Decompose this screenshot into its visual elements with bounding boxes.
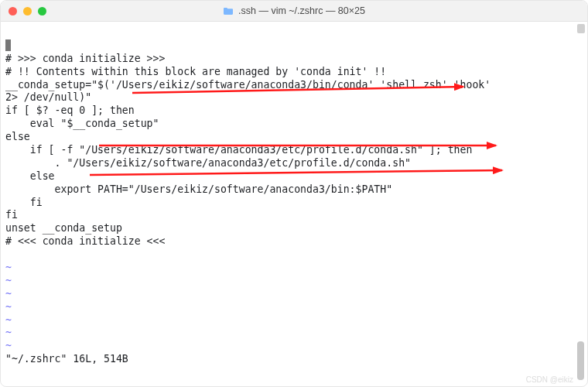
code-line: __conda_setup="$('/Users/eikiz/software/…	[5, 79, 491, 91]
maximize-button[interactable]	[38, 7, 46, 15]
code-line: . "/Users/eikiz/software/anaconda3/etc/p…	[5, 157, 411, 169]
code-line: else	[5, 170, 55, 182]
terminal-window: .ssh — vim ~/.zshrc — 80×25 # >>> conda …	[0, 0, 588, 387]
vim-empty-line: ~	[5, 327, 12, 338]
code-line: else	[5, 131, 30, 142]
code-line: export PATH="/Users/eikiz/software/anaco…	[5, 183, 392, 195]
arrow-3	[90, 170, 502, 175]
code-line: eval "$__conda_setup"	[5, 118, 159, 129]
vim-empty-line: ~	[5, 275, 12, 286]
titlebar: .ssh — vim ~/.zshrc — 80×25	[1, 1, 587, 22]
vim-empty-line: ~	[5, 301, 12, 313]
code-line: # <<< conda initialize <<<	[5, 235, 165, 247]
vim-empty-line: ~	[5, 314, 12, 326]
code-line: if [ -f "/Users/eikiz/software/anaconda3…	[5, 144, 472, 156]
minimize-button[interactable]	[23, 7, 32, 15]
cursor-block	[5, 39, 11, 51]
traffic-lights	[9, 7, 46, 15]
code-line: fi	[5, 209, 18, 221]
scrollbar-track[interactable]	[577, 22, 584, 378]
watermark: CSDN @eikiz	[526, 375, 573, 384]
vim-status-line: "~/.zshrc" 16L, 514B	[5, 353, 128, 365]
code-line: unset __conda_setup	[5, 222, 122, 234]
code-line: if [ $? -eq 0 ]; then	[5, 104, 135, 116]
folder-icon	[223, 7, 234, 15]
code-line: # !! Contents within this block are mana…	[5, 66, 386, 77]
code-line: # >>> conda initialize >>>	[5, 53, 165, 64]
terminal-body[interactable]: # >>> conda initialize >>> # !! Contents…	[1, 22, 587, 387]
code-line: 2> /dev/null)"	[5, 91, 91, 103]
vim-empty-line: ~	[5, 262, 12, 273]
vim-empty-line: ~	[5, 288, 12, 300]
vim-empty-line: ~	[5, 340, 12, 351]
scrollbar-thumb[interactable]	[577, 341, 584, 380]
code-line: fi	[5, 197, 43, 208]
close-button[interactable]	[9, 7, 17, 15]
window-title: .ssh — vim ~/.zshrc — 80×25	[238, 5, 365, 16]
